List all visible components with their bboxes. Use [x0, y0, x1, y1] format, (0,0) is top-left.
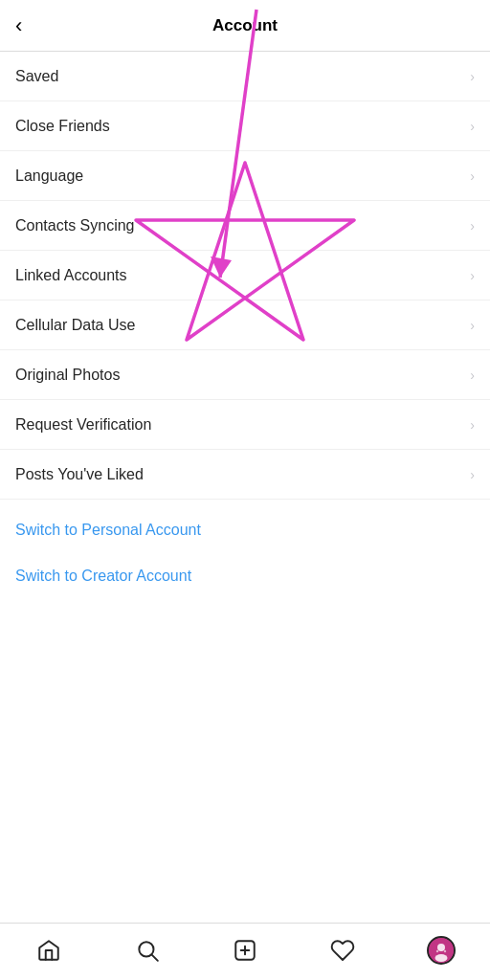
chevron-icon: ›: [470, 218, 475, 234]
plus-square-icon: [233, 938, 257, 963]
nav-search[interactable]: [126, 929, 168, 971]
chevron-icon: ›: [470, 417, 475, 433]
chevron-icon: ›: [470, 268, 475, 283]
menu-item-switch-creator[interactable]: Switch to Creator Account: [0, 553, 490, 599]
home-icon: [36, 938, 61, 963]
search-icon: [135, 938, 160, 963]
menu-item-request-verification-label: Request Verification: [15, 416, 151, 434]
page-title: Account: [212, 16, 278, 35]
menu-item-posts-youve-liked-label: Posts You've Liked: [15, 466, 144, 483]
menu-item-posts-youve-liked[interactable]: Posts You've Liked ›: [0, 450, 490, 500]
chevron-icon: ›: [470, 168, 475, 184]
menu-item-language[interactable]: Language ›: [0, 151, 490, 201]
chevron-icon: ›: [470, 467, 475, 482]
heart-icon: [330, 938, 355, 963]
svg-point-10: [434, 954, 447, 962]
chevron-icon: ›: [470, 69, 475, 84]
menu-item-cellular-data-use-label: Cellular Data Use: [15, 317, 135, 334]
chevron-icon: ›: [470, 119, 475, 134]
avatar: [427, 936, 456, 965]
menu-item-close-friends[interactable]: Close Friends ›: [0, 101, 490, 151]
nav-activity[interactable]: [322, 929, 364, 971]
nav-home[interactable]: [28, 929, 70, 971]
menu-item-linked-accounts[interactable]: Linked Accounts ›: [0, 251, 490, 301]
bottom-nav: [0, 923, 490, 980]
menu-item-original-photos[interactable]: Original Photos ›: [0, 350, 490, 400]
svg-line-4: [151, 954, 157, 960]
menu-item-saved[interactable]: Saved ›: [0, 52, 490, 101]
menu-item-close-friends-label: Close Friends: [15, 118, 110, 135]
menu-item-language-label: Language: [15, 167, 83, 185]
chevron-icon: ›: [470, 318, 475, 333]
back-button[interactable]: ‹: [15, 15, 22, 36]
menu-item-request-verification[interactable]: Request Verification ›: [0, 400, 490, 450]
menu-item-contacts-syncing-label: Contacts Syncing: [15, 217, 135, 234]
chevron-icon: ›: [470, 368, 475, 383]
menu-item-saved-label: Saved: [15, 68, 58, 85]
header: ‹ Account: [0, 0, 490, 52]
svg-point-9: [437, 944, 445, 951]
menu-item-switch-personal[interactable]: Switch to Personal Account: [0, 507, 490, 553]
nav-new-post[interactable]: [224, 929, 266, 971]
menu-list: Saved › Close Friends › Language › Conta…: [0, 52, 490, 923]
avatar-icon: [429, 938, 454, 963]
menu-item-cellular-data-use[interactable]: Cellular Data Use ›: [0, 301, 490, 350]
svg-point-12: [444, 949, 446, 951]
menu-item-switch-personal-label: Switch to Personal Account: [15, 522, 201, 539]
menu-item-linked-accounts-label: Linked Accounts: [15, 267, 127, 284]
svg-point-11: [436, 949, 438, 951]
nav-profile[interactable]: [420, 929, 462, 971]
menu-item-switch-creator-label: Switch to Creator Account: [15, 568, 191, 585]
menu-item-original-photos-label: Original Photos: [15, 367, 120, 384]
menu-item-contacts-syncing[interactable]: Contacts Syncing ›: [0, 201, 490, 251]
